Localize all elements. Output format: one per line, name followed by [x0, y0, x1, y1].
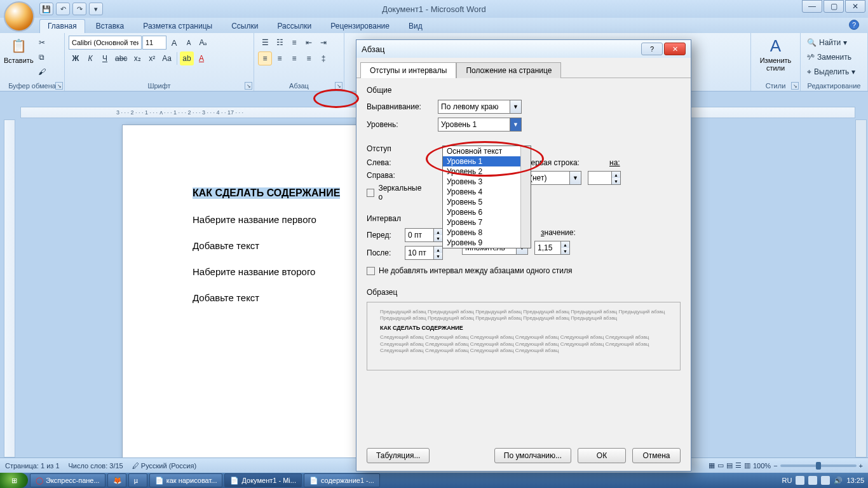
- change-case-button[interactable]: Aa: [159, 51, 174, 65]
- tray-icon[interactable]: [821, 476, 830, 485]
- first-line-combo[interactable]: (нет)▼: [527, 171, 581, 185]
- numbering-button[interactable]: ☷: [273, 36, 287, 50]
- dont-add-space-checkbox[interactable]: [367, 267, 375, 275]
- copy-button[interactable]: ⧉: [35, 50, 49, 64]
- subscript-button[interactable]: x₂: [130, 51, 144, 65]
- status-language[interactable]: 🖊 Русский (Россия): [132, 462, 196, 470]
- set-default-button[interactable]: По умолчанию...: [494, 448, 571, 463]
- font-launcher[interactable]: ↘: [245, 82, 252, 90]
- font-size-combo[interactable]: [142, 36, 166, 50]
- align-justify-button[interactable]: ≡: [302, 51, 316, 65]
- level-option[interactable]: Уровень 1: [443, 156, 531, 166]
- dialog-close-button[interactable]: ✕: [664, 43, 686, 55]
- change-styles-button[interactable]: Изменить стили: [760, 57, 792, 72]
- vertical-ruler[interactable]: [4, 119, 15, 458]
- taskbar-item[interactable]: ◯Экспресс-пане...: [30, 473, 105, 487]
- tab-page-layout[interactable]: Разметка страницы: [135, 19, 220, 33]
- maximize-button[interactable]: ▢: [824, 0, 844, 13]
- undo-button[interactable]: ↶: [56, 3, 70, 15]
- dialog-tab-position[interactable]: Положение на странице: [456, 62, 561, 78]
- paste-button[interactable]: Вставить: [4, 57, 34, 64]
- multilevel-button[interactable]: ≡: [287, 36, 301, 50]
- change-styles-icon[interactable]: A: [766, 36, 786, 56]
- dialog-help-button[interactable]: ?: [641, 43, 663, 55]
- increase-indent-button[interactable]: ⇥: [316, 36, 330, 50]
- first-line-value-spinner[interactable]: ▲▼: [588, 171, 621, 185]
- help-button[interactable]: ?: [849, 20, 859, 30]
- line-spacing-button[interactable]: ‡: [316, 51, 330, 65]
- tab-references[interactable]: Ссылки: [223, 19, 266, 33]
- zoom-in-button[interactable]: +: [859, 462, 863, 470]
- dialog-titlebar[interactable]: Абзац ? ✕: [356, 40, 691, 58]
- align-center-button[interactable]: ≡: [273, 51, 287, 65]
- strikethrough-button[interactable]: abc: [112, 51, 130, 65]
- outline-level-combo[interactable]: Уровень 1▼: [438, 118, 522, 132]
- spacing-after-spinner[interactable]: 10 пт▲▼: [405, 246, 443, 260]
- level-option[interactable]: Уровень 8: [443, 227, 531, 238]
- align-right-button[interactable]: ≡: [287, 51, 301, 65]
- doc-heading[interactable]: КАК СДЕЛАТЬ СОДЕРЖАНИЕ: [193, 187, 340, 199]
- format-painter-button[interactable]: 🖌: [35, 65, 49, 79]
- spacing-before-spinner[interactable]: 0 пт▲▼: [405, 228, 443, 242]
- level-option[interactable]: Уровень 7: [443, 217, 531, 227]
- replace-button[interactable]: ᵃ⁄ᵇЗаменить: [804, 50, 864, 64]
- office-button[interactable]: [4, 1, 34, 32]
- level-option[interactable]: Уровень 4: [443, 187, 531, 197]
- zoom-level[interactable]: 100%: [753, 462, 771, 470]
- save-button[interactable]: 💾: [39, 3, 53, 15]
- bullets-button[interactable]: ☰: [258, 36, 272, 50]
- styles-launcher[interactable]: ↘: [791, 82, 799, 90]
- mirror-indents-checkbox[interactable]: [367, 189, 374, 197]
- status-page[interactable]: Страница: 1 из 1: [5, 462, 60, 470]
- font-name-combo[interactable]: [69, 36, 142, 50]
- tray-volume-icon[interactable]: 🔊: [834, 477, 843, 485]
- level-option[interactable]: Основной текст: [443, 146, 531, 156]
- level-option[interactable]: Уровень 5: [443, 197, 531, 207]
- grow-font-button[interactable]: A: [167, 36, 181, 50]
- underline-button[interactable]: Ч: [98, 51, 112, 65]
- align-left-button[interactable]: ≡: [258, 51, 272, 65]
- clipboard-launcher[interactable]: ↘: [55, 82, 63, 90]
- level-option[interactable]: Уровень 9: [443, 238, 531, 248]
- status-word-count[interactable]: Число слов: 3/15: [69, 462, 123, 470]
- font-color-button[interactable]: A: [194, 51, 208, 65]
- start-button[interactable]: ⊞: [0, 473, 28, 488]
- clock[interactable]: 13:25: [846, 477, 864, 484]
- zoom-slider[interactable]: [780, 464, 857, 467]
- clear-formatting-button[interactable]: Aₐ: [196, 36, 210, 50]
- view-web-layout-button[interactable]: ▤: [726, 461, 733, 470]
- cancel-button[interactable]: Отмена: [632, 448, 681, 463]
- line-spacing-value-spinner[interactable]: 1,15▲▼: [534, 241, 570, 255]
- minimize-button[interactable]: —: [802, 0, 822, 13]
- close-button[interactable]: ✕: [845, 0, 865, 13]
- redo-button[interactable]: ↷: [72, 3, 86, 15]
- italic-button[interactable]: К: [83, 51, 97, 65]
- level-option[interactable]: Уровень 2: [443, 166, 531, 177]
- chevron-down-icon[interactable]: ▼: [569, 172, 581, 184]
- cut-button[interactable]: ✂: [35, 36, 49, 50]
- alignment-combo[interactable]: По левому краю▼: [438, 100, 522, 114]
- select-button[interactable]: ⌖Выделить ▾: [804, 65, 864, 79]
- shrink-font-button[interactable]: A: [182, 36, 196, 50]
- level-dropdown-list[interactable]: Основной текст Уровень 1 Уровень 2 Урове…: [442, 146, 531, 248]
- decrease-indent-button[interactable]: ⇤: [302, 36, 316, 50]
- find-button[interactable]: 🔍Найти ▾: [804, 36, 864, 50]
- taskbar-item[interactable]: 📄как нарисоват...: [149, 473, 223, 487]
- view-draft-button[interactable]: ▥: [744, 461, 750, 470]
- taskbar-item[interactable]: 📄Документ1 - Mi...: [224, 473, 301, 487]
- taskbar-item[interactable]: 📄содержание1 -...: [304, 473, 380, 487]
- language-indicator[interactable]: RU: [782, 477, 792, 484]
- tab-insert[interactable]: Вставка: [88, 19, 133, 33]
- paste-icon[interactable]: 📋: [8, 36, 29, 56]
- tabulation-button[interactable]: Табуляция...: [367, 448, 430, 463]
- zoom-out-button[interactable]: −: [773, 462, 777, 470]
- qat-customize-button[interactable]: ▾: [89, 3, 103, 15]
- tray-icon[interactable]: [808, 476, 817, 485]
- tab-review[interactable]: Рецензирование: [322, 19, 398, 33]
- tab-view[interactable]: Вид: [400, 19, 431, 33]
- chevron-down-icon[interactable]: ▼: [510, 118, 521, 131]
- superscript-button[interactable]: x²: [145, 51, 159, 65]
- tab-home[interactable]: Главная: [39, 19, 85, 33]
- view-full-screen-button[interactable]: ▭: [717, 461, 724, 470]
- dialog-tab-indents[interactable]: Отступы и интервалы: [360, 62, 456, 78]
